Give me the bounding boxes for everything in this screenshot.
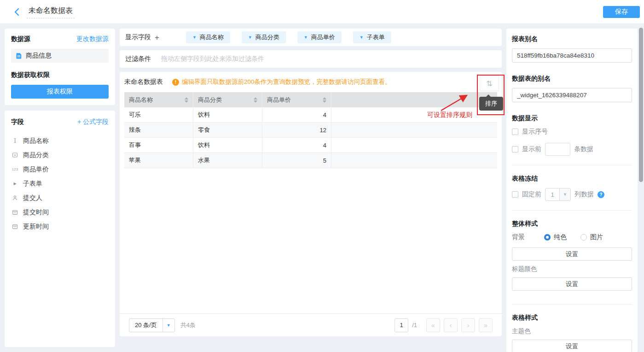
bg-image-radio[interactable]: 图片	[580, 233, 603, 241]
pagination-bar: 20 条/页 ▼ 共4条 /1 « ‹ › »	[120, 313, 502, 336]
field-list-item[interactable]: ▶子表单	[11, 176, 109, 191]
field-list-item[interactable]: 商品分类	[11, 148, 109, 162]
theme-color-label: 主题色	[512, 327, 632, 335]
preview-table-title: 未命名数据表	[124, 78, 163, 86]
show-index-label: 显示序号	[522, 128, 548, 136]
column-sort-icon[interactable]	[323, 97, 326, 103]
settings-panel: 报表别名 数据表的别名 数据显示 显示序号 显示前 条数据 表格冻结 固定前 1…	[506, 29, 638, 352]
display-field-chip[interactable]: ▼子表单	[353, 31, 391, 43]
column-header-label: 商品单价	[267, 96, 291, 104]
show-first-checkbox[interactable]	[512, 146, 518, 153]
save-button[interactable]: 保存	[603, 6, 640, 18]
change-datasource-link[interactable]: 更改数据源	[76, 35, 109, 43]
caret-down-icon: ▼	[304, 35, 308, 40]
bg-solid-radio[interactable]: 纯色	[544, 233, 567, 241]
first-page-button[interactable]: «	[426, 318, 440, 332]
prev-page-button[interactable]: ‹	[444, 318, 458, 332]
subform-field-icon: ▶	[11, 182, 19, 186]
show-index-checkbox[interactable]	[512, 129, 518, 135]
add-formula-field-link[interactable]: + 公式字段	[77, 118, 109, 126]
next-page-button[interactable]: ›	[461, 318, 475, 332]
field-list-item[interactable]: 123商品单价	[11, 162, 109, 176]
table-cell: 饮料	[193, 138, 262, 153]
table-header-row: 商品名称商品分类商品单价	[124, 92, 497, 107]
page-number-input[interactable]	[395, 318, 408, 332]
field-item-label: 子表单	[23, 180, 42, 188]
table-cell: 12	[262, 123, 331, 137]
table-row: 苹果水果5	[124, 153, 497, 168]
last-page-button[interactable]: »	[479, 318, 493, 332]
field-item-label: 提交时间	[23, 208, 49, 217]
divider	[512, 304, 632, 305]
report-alias-input[interactable]	[512, 48, 632, 63]
user-field-icon	[11, 195, 19, 201]
freeze-checkbox[interactable]	[512, 191, 518, 198]
sort-button[interactable]: ⇅	[480, 76, 499, 91]
caret-down-icon: ▼	[559, 188, 570, 200]
display-field-chip[interactable]: ▼商品单价	[297, 31, 342, 43]
filter-bar[interactable]: 过滤条件 拖动左侧字段到此处来添加过滤条件	[120, 50, 502, 68]
text-field-icon: I	[11, 138, 19, 144]
field-list-item[interactable]: I商品名称	[11, 134, 109, 148]
field-item-label: 商品分类	[23, 151, 49, 159]
column-header[interactable]: 商品名称	[124, 92, 193, 107]
freeze-suffix-label: 列数据	[574, 190, 594, 199]
table-cell-empty	[331, 107, 497, 122]
scrollbar-thumb[interactable]	[639, 28, 643, 182]
filter-label: 过滤条件	[125, 55, 151, 63]
column-header[interactable]: 商品分类	[193, 92, 262, 107]
display-field-chip[interactable]: ▼商品名称	[186, 31, 230, 43]
page-size-select[interactable]: 20 条/页 ▼	[129, 318, 175, 332]
chip-label: 商品名称	[200, 33, 224, 41]
field-item-label: 更新时间	[23, 223, 49, 231]
sort-icon: ⇅	[486, 79, 492, 88]
field-list-item[interactable]: 提交人	[11, 191, 109, 205]
title-color-label: 标题颜色	[512, 265, 632, 273]
formula-field-label: 公式字段	[83, 118, 109, 125]
warning-icon: !	[172, 79, 179, 86]
table-alias-label: 数据表的别名	[512, 75, 632, 83]
theme-color-set-button[interactable]: 设置	[512, 340, 632, 352]
field-list-item[interactable]: 7提交时间	[11, 205, 109, 219]
radio-icon	[580, 234, 587, 241]
table-alias-input[interactable]	[512, 88, 632, 102]
add-display-field-icon[interactable]: +	[155, 34, 159, 41]
display-fields-bar: 显示字段 + ▼商品名称▼商品分类▼商品单价▼子表单	[120, 29, 502, 46]
column-sort-icon[interactable]	[185, 97, 188, 103]
sort-tooltip: 排序	[479, 97, 503, 111]
help-icon[interactable]: ?	[598, 191, 604, 198]
left-sidebar: 数据源 更改数据源 商品信息 数据获取权限 报表权限 字段 + 公式字段 I商品…	[5, 29, 115, 347]
field-item-label: 商品单价	[23, 165, 49, 174]
freeze-count-select[interactable]: 1 ▼	[545, 188, 571, 201]
back-icon[interactable]	[12, 7, 21, 17]
column-sort-icon[interactable]	[254, 97, 257, 103]
background-label: 背景	[512, 233, 544, 241]
table-row: 百事饮料4	[124, 138, 497, 153]
background-set-button[interactable]: 设置	[512, 247, 632, 261]
display-fields-label: 显示字段	[125, 33, 151, 41]
chip-label: 商品单价	[311, 33, 335, 41]
chip-label: 商品分类	[255, 33, 279, 41]
datasource-title: 数据源	[11, 35, 30, 43]
notice-text: 编辑界面只取数据源前200条作为查询数据预览，完整数据请访问页面查看。	[182, 78, 391, 86]
datasource-item-label: 商品信息	[26, 52, 52, 60]
table-cell: 4	[262, 138, 331, 153]
page-title[interactable]: 未命名数据表	[27, 5, 75, 18]
column-header-label: 商品名称	[129, 96, 153, 104]
select-field-icon	[11, 152, 19, 158]
report-alias-label: 报表别名	[512, 35, 632, 43]
display-field-chip[interactable]: ▼商品分类	[242, 31, 286, 43]
divider	[512, 165, 632, 165]
page-size-value: 20 条/页	[129, 319, 162, 332]
field-list-item[interactable]: 7更新时间	[11, 219, 109, 234]
title-color-set-button[interactable]: 设置	[512, 277, 632, 291]
datasource-item[interactable]: 商品信息	[11, 49, 109, 63]
page-total: /1	[412, 322, 417, 329]
field-item-label: 提交人	[23, 194, 42, 202]
fields-title: 字段	[11, 118, 24, 126]
svg-text:7: 7	[14, 211, 16, 214]
freeze-count-value: 1	[545, 188, 559, 200]
show-first-count-input[interactable]	[545, 143, 570, 156]
column-header[interactable]: 商品单价	[262, 92, 331, 107]
report-permission-button[interactable]: 报表权限	[11, 85, 109, 99]
